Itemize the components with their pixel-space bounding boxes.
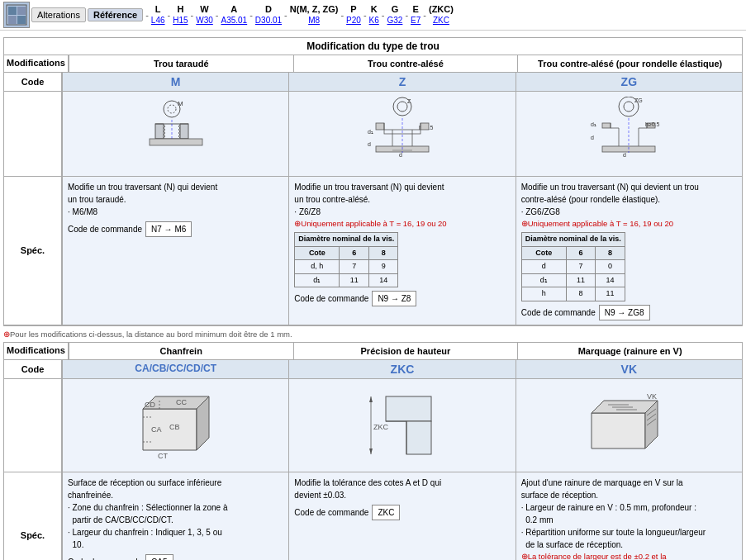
col-6-z: 6 [340,246,368,260]
svg-rect-3 [8,16,17,24]
warning-vk: ⊕La tolérance de largeur est de ±0.2 et … [521,551,737,560]
svg-text:Z: Z [407,98,411,104]
order-val-chanfrein: CA5 [145,554,173,560]
code-zg: ZG [516,73,742,91]
svg-rect-53 [602,123,611,128]
nav-zkc-key: (ZKC) [429,4,454,15]
section1-footnote: ⊕Pour les modifications ci-dessus, la di… [3,330,743,339]
order-chanfrein: Code de commande CA5 [68,554,283,560]
order-label-m: Code de commande [68,223,142,235]
spec-vk-5: · Répartition uniforme sur toute la long… [521,526,737,539]
order-zkc: Code de commande ZKC [294,505,510,520]
spec-z: Modifie un trou traversant (N) qui devie… [288,177,515,325]
code-zkc: ZKC [288,360,515,378]
row-dh-z: d, h 7 9 [295,260,398,274]
svg-marker-79 [369,396,373,402]
nav-n-value[interactable]: M8 [308,16,320,26]
nav-g-value[interactable]: G32 [387,16,402,26]
spec-m-line2: un trou taraudé. [68,193,283,206]
nav-a-value[interactable]: A35.01 [221,16,247,26]
top-navigation: Alterations Référence - L L46 - H H15 - … [0,0,746,31]
nav-l: L L46 [151,4,165,25]
col-8-z: 8 [368,246,397,260]
order-val-zkc: ZKC [372,505,400,520]
col-header-trou-rondelle: Trou contre-alésé (pour rondelle élastiq… [517,55,742,72]
code-vk: VK [516,360,742,378]
svg-text:ZKC: ZKC [373,423,389,431]
svg-text:ZG: ZG [634,97,643,103]
col-cote-zg: Cote [521,246,566,260]
reference-item: Référence [88,8,143,21]
modifications-header-label: Modifications [4,55,69,72]
nav-p: P P20 [346,4,361,25]
row-d1-z: d₁ 11 14 [295,273,398,287]
col-header-zkc: Précision de hauteur [293,343,518,359]
svg-text:CA: CA [151,425,162,434]
diagram-vk: VK [516,379,742,472]
svg-text:d: d [399,152,402,158]
nav-k-value[interactable]: K6 [369,16,379,26]
spec-vk-4: 0.2 mm [521,514,737,526]
main-content: Modification du type de trou Modificatio… [0,31,746,560]
spec-ca-1: Surface de réception ou surface inférieu… [68,477,283,489]
spec-zg-line1: Modifie un trou traversant (N) qui devie… [521,181,737,193]
alterations-button[interactable]: Alterations [31,7,86,22]
code-label-cell: Code [4,73,62,91]
section1-header-row: Modifications Trou taraudé Trou contre-a… [4,55,742,73]
svg-rect-2 [17,7,26,15]
svg-text:d₁: d₁ [368,129,373,135]
spec-label-cell: Spéc. [4,177,62,325]
logo-icon [3,2,30,28]
nav-zkc: (ZKC) ZKC [429,4,454,25]
s2-code-label: Code [4,360,62,378]
section2-header-row: Modifications Chanfrein Précision de hau… [4,343,742,360]
nav-h-key: H [177,4,183,15]
order-label-zkc: Code de commande [294,506,368,519]
nav-w-key: W [200,4,208,15]
spec-z-line3: · Z6/Z8 [294,206,510,218]
dash-1: - [145,10,149,20]
svg-text:h≥0.5: h≥0.5 [645,121,660,127]
section1-title: Modification du type de trou [4,38,742,55]
order-label-z: Code de commande [294,292,368,305]
svg-rect-4 [17,16,26,24]
spec-z-line1: Modifie un trou traversant (N) qui devie… [294,181,510,193]
nav-k-key: K [371,4,378,15]
spec-ca-5: · Largeur du chanfrein : Indiquer 1, 3, … [68,526,283,539]
trou-contre-alese-svg: Z d₁ d h≥0.5 [361,97,444,171]
section2-code-row: Code CA/CB/CC/CD/CT ZKC VK [4,360,742,379]
order-val-m: N7 → M6 [145,221,192,237]
svg-text:CT: CT [158,452,168,460]
nav-a: A A35.01 [221,4,247,25]
nav-p-key: P [350,4,356,15]
nav-w-value[interactable]: W30 [196,16,213,26]
svg-point-34 [397,102,407,112]
s2-spec-label: Spéc. [4,472,62,560]
nav-l-key: L [155,4,161,15]
order-label-zg: Code de commande [521,306,596,319]
nav-n-key: N(M, Z, ZG) [290,4,339,15]
col-8-zg: 8 [596,246,625,260]
nav-zkc-value[interactable]: ZKC [433,16,449,26]
nav-h-value[interactable]: H15 [173,16,188,26]
section2-img-row: CD CC CA CB CT [4,379,742,472]
spec-vk-1: Ajout d'une rainure de marquage en V sur… [521,477,737,489]
diagram-zg: ZG d₁ d h≥0.5 d [516,92,742,176]
col-header-chanfrein: Chanfrein [69,343,293,359]
spec-zg-line2: contre-alésé (pour rondelle élastique). [521,193,737,206]
nav-a-key: A [230,4,237,15]
spec-ca-4: partir de CA/CB/CC/CD/CT. [68,514,283,526]
nav-k: K K6 [369,4,379,25]
nav-d-value[interactable]: D30.01 [255,16,282,26]
spec-zg: Modifie un trou traversant (N) qui devie… [516,177,742,325]
svg-text:CC: CC [176,398,187,406]
nav-l-value[interactable]: L46 [151,16,165,26]
nav-e-value[interactable]: E7 [411,16,421,26]
diagram-m: M [62,92,288,176]
diagram-zkc: ZKC [288,379,515,472]
svg-text:d₁: d₁ [591,121,596,127]
spec-ca-3: · Zone du chanfrein : Sélectionner la zo… [68,501,283,514]
svg-rect-32 [150,139,202,145]
nav-p-value[interactable]: P20 [346,16,361,26]
nav-w: W W30 [196,4,213,25]
